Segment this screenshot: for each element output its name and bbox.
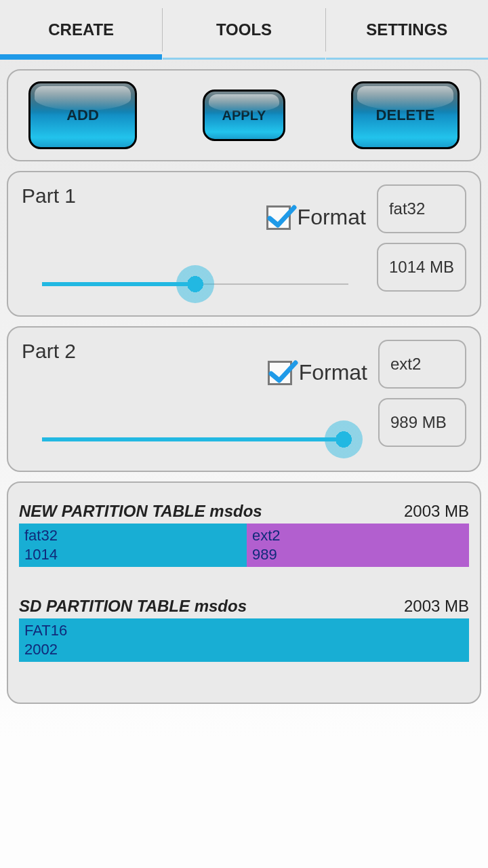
button-label: APPLY xyxy=(222,108,266,123)
filesystem-value: fat32 xyxy=(389,199,425,218)
format-label: Format xyxy=(299,360,367,385)
filesystem-select[interactable]: fat32 xyxy=(377,184,466,233)
size-display[interactable]: 1014 MB xyxy=(377,243,466,292)
partition-segment: ext2989 xyxy=(247,524,469,567)
partition-card-1: Part 1 Format fat32 1014 MB xyxy=(7,171,481,317)
partition-title: Part 1 xyxy=(22,184,76,207)
tab-bar: CREATE TOOLS SETTINGS xyxy=(0,0,488,60)
filesystem-select[interactable]: ext2 xyxy=(378,340,466,389)
tab-label: CREATE xyxy=(48,20,114,39)
tab-create[interactable]: CREATE xyxy=(0,0,162,60)
slider-fill xyxy=(42,282,195,286)
checkmark-icon xyxy=(267,203,297,233)
size-value: 1014 MB xyxy=(389,258,454,276)
format-checkbox[interactable] xyxy=(266,205,291,230)
add-button[interactable]: ADD xyxy=(28,81,137,149)
partition-tables-card: NEW PARTITION TABLE msdos 2003 MB fat321… xyxy=(7,481,481,704)
format-label: Format xyxy=(298,205,366,230)
tab-tools[interactable]: TOOLS xyxy=(163,0,325,60)
apply-button[interactable]: APPLY xyxy=(203,90,285,141)
button-label: ADD xyxy=(66,106,99,124)
new-table-title: NEW PARTITION TABLE msdos xyxy=(19,502,262,521)
tab-settings[interactable]: SETTINGS xyxy=(326,0,488,60)
partition-segment: fat321014 xyxy=(19,524,247,567)
slider-thumb[interactable] xyxy=(176,265,214,303)
partition-card-2: Part 2 Format ext2 989 MB xyxy=(7,326,481,472)
tab-label: SETTINGS xyxy=(366,20,447,39)
delete-button[interactable]: DELETE xyxy=(351,81,460,149)
toolbar-card: ADD APPLY DELETE xyxy=(7,69,481,161)
new-table-bar: fat321014ext2989 xyxy=(19,524,469,567)
button-label: DELETE xyxy=(376,106,435,124)
tab-label: TOOLS xyxy=(216,20,272,39)
size-slider[interactable] xyxy=(22,426,367,453)
size-value: 989 MB xyxy=(390,413,447,431)
new-table-total: 2003 MB xyxy=(404,502,469,521)
format-checkbox[interactable] xyxy=(268,361,292,385)
slider-thumb[interactable] xyxy=(325,420,363,458)
size-display[interactable]: 989 MB xyxy=(378,398,466,447)
sd-table-bar: FAT162002 xyxy=(19,618,469,662)
sd-table-total: 2003 MB xyxy=(404,597,469,616)
partition-title: Part 2 xyxy=(22,340,76,362)
filesystem-value: ext2 xyxy=(390,355,421,373)
partition-segment: FAT162002 xyxy=(19,618,469,662)
size-slider[interactable] xyxy=(22,271,366,298)
sd-table-title: SD PARTITION TABLE msdos xyxy=(19,597,247,616)
checkmark-icon xyxy=(268,359,298,389)
slider-fill xyxy=(42,437,344,441)
